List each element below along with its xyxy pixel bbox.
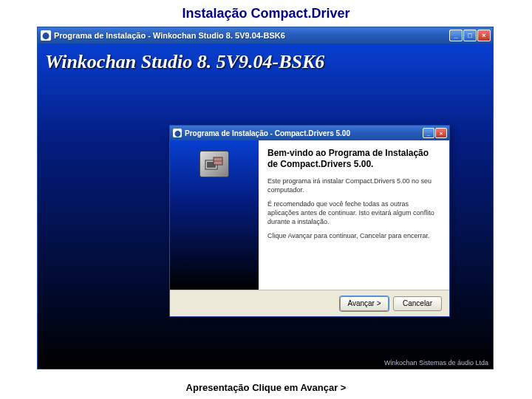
outer-body: Winkochan Studio 8. 5V9.04-BSK6 Winkocha… [38, 44, 493, 369]
maximize-button[interactable]: □ [463, 30, 477, 41]
outer-window: ⬤ Programa de Instalação - Winkochan Stu… [37, 27, 494, 369]
next-button[interactable]: Avançar > [340, 296, 389, 311]
installer-dialog-title: Programa de Instalação - Compact.Drivers… [185, 129, 350, 137]
slide-caption: Apresentação Clique em Avançar > [0, 382, 532, 393]
installer-button-row: Avançar > Cancelar [170, 290, 449, 316]
outer-window-controls: _ □ × [449, 30, 491, 41]
installer-body: Bem-vindo ao Programa de Instalação de C… [170, 140, 449, 316]
installer-minimize-button[interactable]: _ [423, 128, 434, 138]
computer-box-icon [200, 151, 229, 177]
minimize-button[interactable]: _ [449, 30, 463, 41]
app-heading: Winkochan Studio 8. 5V9.04-BSK6 [45, 51, 324, 73]
outer-titlebar: ⬤ Programa de Instalação - Winkochan Stu… [38, 27, 493, 44]
installer-content: Bem-vindo ao Programa de Instalação de C… [259, 140, 449, 290]
cancel-button[interactable]: Cancelar [393, 296, 442, 311]
installer-main: Bem-vindo ao Programa de Instalação de C… [170, 140, 449, 290]
installer-welcome-heading: Bem-vindo ao Programa de Instalação de C… [267, 148, 440, 170]
installer-text-1: Este programa irá instalar Compact.Drive… [267, 177, 440, 194]
installer-side-panel [170, 140, 259, 290]
installer-dialog: ⬤ Programa de Instalação - Compact.Drive… [169, 125, 450, 317]
app-footer-text: Winkochan Sistemas de áudio Ltda [384, 359, 488, 366]
outer-window-title: Programa de Instalação - Winkochan Studi… [54, 31, 285, 40]
installer-dialog-icon: ⬤ [173, 129, 182, 137]
close-button[interactable]: × [477, 30, 491, 41]
installer-text-2: É recomendado que você feche todas as ou… [267, 200, 440, 226]
slide-title: Instalação Compact.Driver [0, 6, 532, 21]
installer-window-controls: _ × [423, 128, 447, 138]
installer-close-button[interactable]: × [435, 128, 447, 138]
installer-app-icon: ⬤ [41, 30, 51, 41]
installer-titlebar: ⬤ Programa de Instalação - Compact.Drive… [170, 126, 449, 140]
installer-text-3: Clique Avançar para continuar, Cancelar … [267, 232, 440, 241]
